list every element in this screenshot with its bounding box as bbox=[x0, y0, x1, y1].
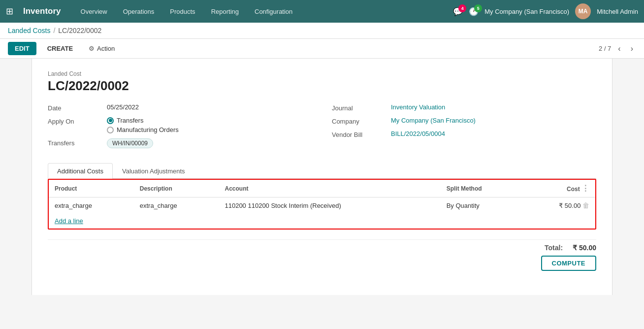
company-label: Company bbox=[332, 117, 391, 125]
form-card: Landed Cost LC/2022/0002 Date 05/25/2022… bbox=[32, 59, 612, 295]
record-counter: 2 / 7 bbox=[599, 45, 611, 52]
transfers-radio-dot bbox=[107, 117, 114, 124]
table-row: extra_charge extra_charge 110200 110200 … bbox=[49, 197, 595, 214]
next-record-button[interactable]: › bbox=[628, 43, 636, 54]
breadcrumb: Landed Costs / LC/2022/0002 bbox=[0, 23, 644, 39]
manufacturing-radio-dot bbox=[107, 127, 114, 133]
table-header-row: Product Description Account Split Method… bbox=[49, 180, 595, 197]
form-top-label: Landed Cost bbox=[48, 70, 596, 77]
notification-area: 💬 4 🕐 5 My Company (San Francisco) MA Mi… bbox=[453, 3, 638, 19]
company-label: My Company (San Francisco) bbox=[484, 8, 569, 15]
form-right-col: Journal Inventory Valuation Company My C… bbox=[332, 103, 596, 153]
cell-cost: ₹ 50.00 🗑 bbox=[522, 197, 595, 214]
tabs-bar: Additional Costs Valuation Adjustments bbox=[48, 163, 596, 179]
total-row: Total: ₹ 50.00 bbox=[545, 244, 596, 252]
add-line-button[interactable]: Add a line bbox=[49, 213, 595, 229]
cell-description: extra_charge bbox=[134, 197, 219, 214]
avatar: MA bbox=[575, 3, 591, 19]
transfers-row: Transfers WH/IN/00009 bbox=[48, 138, 312, 148]
total-label: Total: bbox=[545, 244, 563, 252]
bottom-section: Total: ₹ 50.00 COMPUTE bbox=[48, 239, 596, 271]
journal-row: Journal Inventory Valuation bbox=[332, 103, 596, 112]
form-title: LC/2022/0002 bbox=[48, 78, 596, 94]
nav-reporting[interactable]: Reporting bbox=[207, 6, 243, 17]
activity-badge: 5 bbox=[474, 4, 482, 12]
transfer-tag[interactable]: WH/IN/00009 bbox=[107, 138, 153, 148]
company-value[interactable]: My Company (San Francisco) bbox=[391, 117, 476, 124]
apply-on-label: Apply On bbox=[48, 117, 107, 125]
transfers-radio-label: Transfers bbox=[117, 117, 143, 124]
date-value: 05/25/2022 bbox=[107, 103, 139, 111]
manufacturing-radio-label: Manufacturing Orders bbox=[117, 126, 179, 133]
journal-value[interactable]: Inventory Valuation bbox=[391, 103, 445, 111]
user-name: Mitchell Admin bbox=[597, 8, 638, 15]
cell-account: 110200 110200 Stock Interim (Received) bbox=[219, 197, 440, 214]
col-cost: Cost ⋮ bbox=[522, 180, 595, 197]
breadcrumb-current: LC/2022/0002 bbox=[58, 27, 101, 34]
col-account: Account bbox=[219, 180, 440, 197]
message-notify-button[interactable]: 💬 4 bbox=[453, 7, 463, 16]
vendor-bill-value[interactable]: BILL/2022/05/0004 bbox=[391, 130, 445, 137]
record-navigation: 2 / 7 ‹ › bbox=[599, 43, 636, 54]
col-options-icon[interactable]: ⋮ bbox=[581, 184, 589, 193]
tab-valuation-adjustments[interactable]: Valuation Adjustments bbox=[113, 163, 194, 179]
form-left-col: Date 05/25/2022 Apply On Transfers Manuf… bbox=[48, 103, 312, 153]
create-button[interactable]: CREATE bbox=[42, 42, 78, 55]
apply-on-row: Apply On Transfers Manufacturing Orders bbox=[48, 117, 312, 133]
col-product: Product bbox=[49, 180, 134, 197]
vendor-bill-label: Vendor Bill bbox=[332, 130, 391, 138]
message-badge: 4 bbox=[458, 4, 466, 12]
gear-icon: ⚙ bbox=[89, 45, 95, 52]
additional-costs-table: Product Description Account Split Method… bbox=[49, 180, 595, 213]
cell-split-method: By Quantity bbox=[441, 197, 522, 214]
col-description: Description bbox=[134, 180, 219, 197]
main-content: Landed Cost LC/2022/0002 Date 05/25/2022… bbox=[0, 59, 644, 326]
breadcrumb-separator: / bbox=[53, 27, 55, 34]
date-label: Date bbox=[48, 103, 107, 112]
tab-additional-costs[interactable]: Additional Costs bbox=[48, 163, 113, 179]
prev-record-button[interactable]: ‹ bbox=[615, 43, 623, 54]
nav-overview[interactable]: Overview bbox=[77, 6, 111, 17]
activity-notify-button[interactable]: 🕐 5 bbox=[469, 7, 479, 16]
top-navigation: ⊞ Inventory Overview Operations Products… bbox=[0, 0, 644, 23]
delete-icon[interactable]: 🗑 bbox=[582, 201, 589, 209]
action-button[interactable]: ⚙ Action bbox=[84, 42, 120, 55]
transfers-radio[interactable]: Transfers bbox=[107, 117, 179, 124]
nav-configuration[interactable]: Configuration bbox=[251, 6, 296, 17]
form-fields: Date 05/25/2022 Apply On Transfers Manuf… bbox=[48, 103, 596, 153]
breadcrumb-parent[interactable]: Landed Costs bbox=[8, 27, 50, 34]
brand-label: Inventory bbox=[23, 6, 61, 16]
action-bar: EDIT CREATE ⚙ Action 2 / 7 ‹ › bbox=[0, 39, 644, 59]
nav-operations[interactable]: Operations bbox=[119, 6, 159, 17]
total-value: ₹ 50.00 bbox=[573, 244, 596, 252]
apply-on-options: Transfers Manufacturing Orders bbox=[107, 117, 179, 133]
manufacturing-radio[interactable]: Manufacturing Orders bbox=[107, 126, 179, 133]
transfers-label: Transfers bbox=[48, 138, 107, 147]
additional-costs-table-wrapper: Product Description Account Split Method… bbox=[48, 179, 596, 230]
vendor-bill-row: Vendor Bill BILL/2022/05/0004 bbox=[332, 130, 596, 138]
date-row: Date 05/25/2022 bbox=[48, 103, 312, 112]
compute-button[interactable]: COMPUTE bbox=[541, 256, 597, 271]
grid-icon[interactable]: ⊞ bbox=[6, 6, 13, 17]
cell-product: extra_charge bbox=[49, 197, 134, 214]
col-split-method: Split Method bbox=[441, 180, 522, 197]
company-row: Company My Company (San Francisco) bbox=[332, 117, 596, 125]
nav-products[interactable]: Products bbox=[166, 6, 199, 17]
journal-label: Journal bbox=[332, 103, 391, 112]
edit-button[interactable]: EDIT bbox=[8, 42, 36, 55]
